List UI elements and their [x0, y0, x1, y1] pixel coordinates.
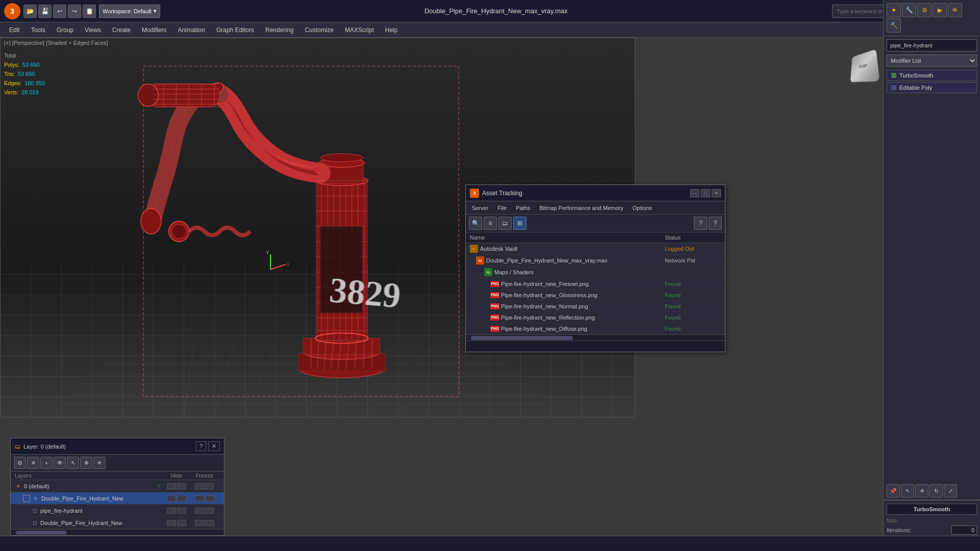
layer-settings-btn[interactable]: ⚙: [14, 457, 26, 469]
layer-hide-btn-default[interactable]: [167, 483, 176, 489]
layer-add-btn[interactable]: +: [40, 457, 53, 469]
asset-name-normal: Pipe-fire-hydrant_new_Normal.png: [501, 303, 665, 309]
layer-hide-btn2-dpfhn[interactable]: [177, 520, 186, 526]
layer-scrollbar-thumb[interactable]: [16, 531, 67, 535]
menu-create[interactable]: Create: [107, 24, 136, 36]
modify-panel-btn[interactable]: 🔧: [902, 3, 916, 17]
layer-hide-btn2-default[interactable]: [177, 483, 186, 489]
layer-row-dpfhn-obj[interactable]: ◻ Double_Pipe_Fire_Hydrant_New: [11, 517, 224, 529]
asset-menu-file[interactable]: File: [493, 204, 511, 212]
layer-hide-btn-ph[interactable]: [167, 508, 176, 514]
asset-row-fresnel[interactable]: PNG Pipe-fire-hydrant_new_Fresnel.png Fo…: [466, 278, 725, 290]
asset-row-reflection[interactable]: PNG Pipe-fire-hydrant_new_Reflection.png…: [466, 312, 725, 323]
menu-modifiers[interactable]: Modifiers: [137, 24, 172, 36]
layer-panel-toolbar: ⚙ ✕ + 👁 ↖ ❄ ☀: [11, 455, 224, 471]
layer-freeze-btn-default[interactable]: [195, 483, 204, 489]
layer-panel-close-btn[interactable]: ✕: [208, 441, 220, 451]
menu-animation[interactable]: Animation: [173, 24, 210, 36]
png-icon-glossiness: PNG: [490, 292, 499, 298]
layer-hide-btn-dp[interactable]: [167, 495, 176, 502]
layer-hide-btn2-ph[interactable]: [177, 508, 186, 514]
layer-panel-help-btn[interactable]: ?: [196, 441, 206, 451]
iterations-input[interactable]: [951, 526, 977, 535]
asset-scrollbar-thumb[interactable]: [471, 336, 573, 340]
asset-help2-btn[interactable]: ?: [709, 217, 722, 230]
layer-freeze-btn-dp[interactable]: [195, 495, 204, 502]
layer-hide-default: [164, 483, 189, 489]
menu-graph-editors[interactable]: Graph Editors: [211, 24, 259, 36]
layer-checkbox-double-pipe[interactable]: [23, 495, 30, 502]
nav-cube[interactable]: TOP: [850, 48, 880, 83]
asset-row-vault[interactable]: V Autodesk Vault Logged Out: [466, 243, 725, 255]
layer-freeze-btn-dpfhn[interactable]: [195, 520, 204, 526]
layer-row-pipe-hydrant[interactable]: ◻ pipe_fire-hydrant: [11, 505, 224, 517]
layer-delete-btn[interactable]: ✕: [27, 457, 39, 469]
layer-freeze-btn-ph[interactable]: [195, 508, 204, 514]
asset-row-diffuse[interactable]: PNG Pipe-fire-hydrant_new_Diffuse.png Fo…: [466, 323, 725, 334]
mod-move-btn[interactable]: ✛: [915, 484, 928, 497]
layer-freeze-btn2-dp[interactable]: [205, 495, 214, 502]
display-panel-btn[interactable]: 👁: [948, 3, 962, 17]
asset-row-normal[interactable]: PNG Pipe-fire-hydrant_new_Normal.png Fou…: [466, 301, 725, 312]
save-button[interactable]: 💾: [38, 5, 52, 18]
asset-tool-1[interactable]: 🔍: [469, 217, 482, 230]
layer-name-default: 0 (default): [24, 483, 49, 489]
layer-freeze-btn2-ph[interactable]: [205, 508, 214, 514]
asset-maximize-btn[interactable]: □: [701, 189, 710, 197]
menu-tools[interactable]: Tools: [26, 24, 51, 36]
asset-menu-server[interactable]: Server: [468, 204, 492, 212]
asset-row-maps[interactable]: M Maps / Shaders: [466, 267, 725, 278]
object-name-input[interactable]: [887, 39, 977, 51]
layer-hide-btn2-dp[interactable]: [177, 495, 186, 502]
editable-poly-modifier[interactable]: Editable Poly: [887, 82, 977, 93]
menu-rendering[interactable]: Rendering: [260, 24, 298, 36]
turbosmooth-modifier[interactable]: TurboSmooth: [887, 70, 977, 81]
mod-rotate-btn[interactable]: ↻: [929, 484, 943, 497]
asset-help-btn[interactable]: ?: [694, 217, 707, 230]
layer-unfreeze-btn[interactable]: ☀: [93, 457, 106, 469]
asset-name-maxfile: Double_Pipe_Fire_Hydrant_New_max_vray.ma…: [486, 257, 665, 264]
undo-button[interactable]: ↩: [53, 5, 66, 18]
svg-point-59: [172, 224, 186, 239]
layer-row-double-pipe[interactable]: ≡ Double_Pipe_Fire_Hydrant_New: [11, 492, 224, 505]
layer-freeze-btn[interactable]: ❄: [80, 457, 92, 469]
menu-group[interactable]: Group: [52, 24, 79, 36]
menu-views[interactable]: Views: [80, 24, 106, 36]
hierarchy-panel-btn[interactable]: ⚙: [917, 3, 932, 17]
reference-button[interactable]: 📋: [83, 5, 96, 18]
layer-freeze-btn2-default[interactable]: [205, 483, 214, 489]
asset-tool-3[interactable]: 🗂: [498, 217, 512, 230]
motion-panel-btn[interactable]: ▶: [933, 3, 947, 17]
menu-help[interactable]: Help: [380, 24, 403, 36]
mod-select-btn[interactable]: ↖: [901, 484, 914, 497]
layer-row-default[interactable]: ≡ 0 (default) ✓: [11, 480, 224, 492]
layer-visibility-btn[interactable]: 👁: [54, 457, 66, 469]
create-panel-btn[interactable]: ✦: [887, 3, 901, 17]
asset-menu-options[interactable]: Options: [629, 204, 656, 212]
asset-close-btn[interactable]: ✕: [712, 189, 721, 197]
menu-edit[interactable]: Edit: [4, 24, 25, 36]
layer-freeze-dpfhn-obj: [189, 520, 220, 526]
asset-name-vault: Autodesk Vault: [480, 246, 665, 252]
asset-minimize-btn[interactable]: —: [690, 189, 699, 197]
asset-tool-4[interactable]: ⊞: [513, 217, 526, 230]
workspace-dropdown[interactable]: Workspace: Default ▾: [99, 5, 160, 18]
menu-maxscript[interactable]: MAXScript: [340, 24, 379, 36]
utilities-panel-btn[interactable]: 🔨: [887, 18, 901, 33]
asset-tool-2[interactable]: ≡: [484, 217, 497, 230]
asset-row-maxfile[interactable]: M Double_Pipe_Fire_Hydrant_New_max_vray.…: [466, 255, 725, 267]
asset-menu-bitmap[interactable]: Bitmap Performance and Memory: [535, 204, 627, 212]
layer-select-btn[interactable]: ↖: [67, 457, 79, 469]
layer-hide-btn-dpfhn[interactable]: [167, 520, 176, 526]
layer-freeze-btn2-dpfhn[interactable]: [205, 520, 214, 526]
menu-customize[interactable]: Customize: [299, 24, 339, 36]
open-button[interactable]: 📂: [23, 5, 37, 18]
mod-pin-btn[interactable]: 📌: [887, 484, 900, 497]
modifier-list-dropdown[interactable]: Modifier List: [887, 55, 977, 67]
asset-status-fresnel: Found: [665, 281, 721, 287]
asset-row-glossiness[interactable]: PNG Pipe-fire-hydrant_new_Glossiness.png…: [466, 290, 725, 301]
asset-menu-paths[interactable]: Paths: [512, 204, 534, 212]
mod-scale-btn[interactable]: ⤢: [944, 484, 957, 497]
redo-button[interactable]: ↪: [68, 5, 81, 18]
modifier-section: Modifier List TurboSmooth Editable Poly: [884, 36, 980, 482]
